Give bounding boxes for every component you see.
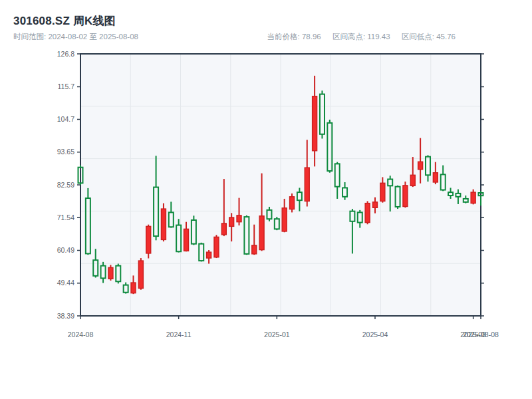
y-axis-labels: 126.8115.7104.793.6582.5971.5460.4949.44… <box>57 50 74 320</box>
candle-body <box>184 229 189 251</box>
candle-body <box>207 252 211 258</box>
y-axis-tick-label: 38.39 <box>57 312 74 320</box>
candle-body <box>290 197 295 209</box>
candle-up <box>146 225 151 259</box>
candle-body <box>305 168 309 201</box>
candle-body <box>138 261 143 288</box>
candle-body <box>146 226 151 253</box>
candle-body <box>161 209 166 239</box>
y-axis-tick-label: 60.49 <box>57 246 74 254</box>
candle-body <box>237 215 241 222</box>
candle-body <box>229 217 234 226</box>
candle-up <box>161 203 166 241</box>
candle-up <box>290 194 295 213</box>
y-axis-tick-label: 104.7 <box>57 115 74 123</box>
y-axis-tick-label: 82.59 <box>57 181 74 189</box>
y-axis-tick-label: 49.44 <box>57 279 74 287</box>
candle-body <box>108 267 113 279</box>
candle-body <box>372 202 377 207</box>
candle-body <box>282 208 287 231</box>
y-axis-tick-label: 115.7 <box>58 82 75 90</box>
candle-body <box>259 216 264 250</box>
candle-body <box>252 245 257 254</box>
candle-up <box>108 265 113 281</box>
candle-body <box>131 283 136 293</box>
kline-page: 301608.SZ 周K线图 时间范围: 2024-08-02 至 2025-0… <box>0 0 532 399</box>
candle-body <box>214 237 219 257</box>
kline-chart: 126.8115.7104.793.6582.5971.5460.4949.44… <box>0 0 532 399</box>
x-axis-tick-label: 2025-08-08 <box>463 331 499 338</box>
candle-up <box>214 235 219 258</box>
candle-body <box>410 175 415 186</box>
candle-body <box>433 173 438 182</box>
x-axis-tick-label: 2024-08 <box>68 331 94 338</box>
x-axis-tick-label: 2025-04 <box>362 331 388 338</box>
candle-body <box>380 183 385 201</box>
candle-up <box>403 182 408 207</box>
candle-up <box>138 258 143 290</box>
x-axis-tick-label: 2024-11 <box>166 331 192 338</box>
candle-body <box>365 203 370 223</box>
candle-body <box>221 223 226 235</box>
candle-body <box>418 162 423 170</box>
candle-up <box>365 201 370 224</box>
y-axis-tick-label: 71.54 <box>57 213 74 221</box>
y-axis-tick-label: 93.65 <box>57 148 74 156</box>
candle-body <box>403 186 408 207</box>
candle-body <box>471 192 475 203</box>
x-axis-tick-label: 2025-01 <box>264 331 290 338</box>
candle-body <box>313 96 317 151</box>
x-axis-labels: 2024-082024-112025-012025-042025-082025-… <box>68 331 499 338</box>
y-axis-tick-label: 126.8 <box>57 50 74 58</box>
